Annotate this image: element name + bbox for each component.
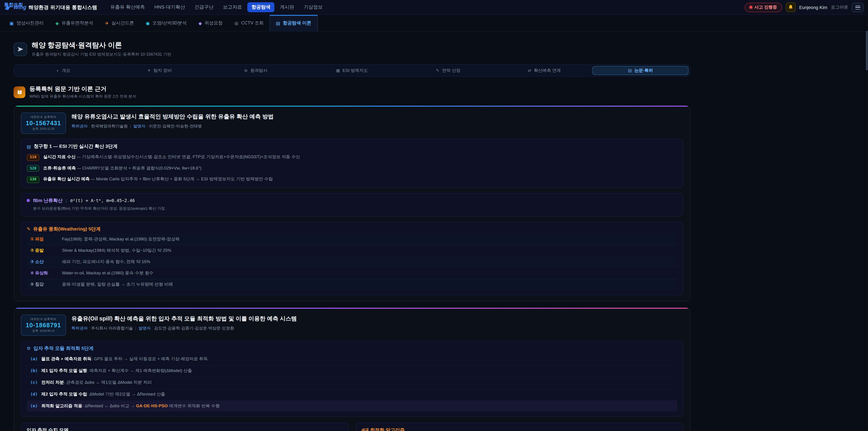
fbm-title: fBm 난류확산 xyxy=(33,197,63,204)
fbm-panel: fBm 난류확산 | σ²(t) = A·tᵐ, m=0.45~2.46 분수 … xyxy=(21,193,683,216)
menu-item-hns-air-diffusion[interactable]: HNS·대기확산 xyxy=(150,2,189,12)
papers-icon: ▤ xyxy=(628,68,632,73)
subtab-pollution-ship-3d[interactable]: ◉ 오염/선박3D분석 xyxy=(140,15,193,31)
hamburger-menu-button[interactable] xyxy=(852,2,864,12)
patent-reg-date: 등록: 2015.11.03 xyxy=(24,127,63,131)
step-key: (e) xyxy=(30,403,38,408)
step-name: 제1 입자 추적 모델 실행 xyxy=(41,368,87,373)
pencil-icon: ✎ xyxy=(436,68,439,73)
weathering-label: ① 퍼짐 xyxy=(30,237,59,242)
three-d-icon: ◉ xyxy=(146,21,150,26)
weathering-label: ⑤ 침강 xyxy=(30,282,59,287)
fbm-formula: σ²(t) = A·tᵐ, m=0.45~2.46 xyxy=(70,198,135,203)
step-key: (d) xyxy=(30,392,38,396)
tab-area-calculation[interactable]: ✎면적 산정 xyxy=(400,66,496,75)
gear-icon: ⚙ xyxy=(27,346,31,351)
weathering-pencil-icon: ✎ xyxy=(27,226,31,232)
subtab-label: 유출유면적분석 xyxy=(61,20,93,26)
tab-remote-sensing[interactable]: ⊚원격탐사 xyxy=(208,66,304,75)
step-text: 제1 입자 추적 모델 실행: 예측자료 + 확산계수 → 제1 예측변화량(Δ… xyxy=(41,368,192,374)
step-text: 전처리 차분: 관측경로 Δobs ↔ 제1모델 ΔModel 차분 처리 xyxy=(41,379,152,386)
patent-title: 유출유(Oil spill) 확산 예측을 위한 입자 추적 모듈 최적화 방법… xyxy=(71,315,297,322)
step-text: 유출유 확산 실시간 예측— Monte Carlo 입자추적 + fBm 난류… xyxy=(43,176,273,182)
weathering-desc: Fay(1969): 중력-관성력, Mackay et al.(1980) 표… xyxy=(62,237,180,242)
tab-overview[interactable]: ◐개요 xyxy=(16,66,112,75)
radar-icon: ⊚ xyxy=(244,68,248,73)
claims-title-row: ▤ 청구항 1 — ESI 기반 실시간 확산 3단계 xyxy=(27,143,677,150)
tab-diffusion-link[interactable]: ⇄확산예측 연계 xyxy=(496,66,592,75)
step-name: 최적화 알고리즘 적용 xyxy=(41,403,83,408)
weathering-desc: Stiver & Mackay(1984) 해석적 방법, 수일~10일간 약 … xyxy=(62,248,171,254)
inventors-value: 이문진·김혜진·이승현·전태병 xyxy=(149,124,202,128)
tab-label: 면적 산정 xyxy=(442,68,460,73)
subtab-spill-area-analysis[interactable]: ◈ 유출유면적분석 xyxy=(50,15,99,31)
menu-item-aerial-search[interactable]: 항공탐색 xyxy=(247,2,274,12)
step-badge: S30 xyxy=(27,176,39,183)
algorithms-panel: 4대 최적화 알고리즘 GA: 유전 알고리즘 — 변이·교배 진화 DE: 미… xyxy=(355,423,683,431)
page-subtitle: 유출유 원격탐지·항공감시 기법·ESI 방제정보지도·등록특허 10-1567… xyxy=(32,52,171,57)
user-name[interactable]: Eunjeong Kim xyxy=(799,5,827,10)
patent-card-10-1868791: 대한민국 등록특허 10-1868791 등록: 2018.06.12 유출유(… xyxy=(13,307,690,431)
incident-dot-icon xyxy=(749,6,752,8)
subtab-cctv-view[interactable]: ◎ CCTV 조회 xyxy=(228,15,270,31)
optimization-step-c: (c) 전처리 차분: 관측경로 Δobs ↔ 제1모델 ΔModel 차분 처… xyxy=(27,377,677,389)
step-text: 조류·취송류 예측— CHARRY모델 조화분석 + 취송류 결합식(0.029… xyxy=(43,165,202,171)
tab-label: 개요 xyxy=(62,68,70,73)
patent-title-block: 해양 유류오염사고 발생시 효율적인 방제방안 수립을 위한 유출유 확산 예측… xyxy=(71,113,274,129)
patent-title-block: 유출유(Oil spill) 확산 예측을 위한 입자 추적 모듈 최적화 방법… xyxy=(71,314,297,331)
weathering-row-emulsification: ④ 유상화Water-in-oil, Mackay et al.(1980) 풍… xyxy=(27,268,677,279)
optimization-step-e: (e) 최적화 알고리즘 적용: ΔRevised ↔ Δobs 비교 → GA… xyxy=(27,400,677,411)
subtab-satellite-request[interactable]: ◆ 위성요청 xyxy=(193,15,228,31)
step-key: (a) xyxy=(30,357,38,361)
menu-item-reports[interactable]: 보고자료 xyxy=(219,2,246,12)
patent-meta: 특허권자주식회사 아라종합기술|발명자김도연·김용학·김종기·김성운·박상문·오… xyxy=(71,325,297,331)
main-menu: 유출유 확산예측 HNS·대기확산 긴급구난 보고자료 항공탐색 게시판 기상정… xyxy=(106,2,327,12)
subtab-image-photo-management[interactable]: ▣ 영상사진관리 xyxy=(4,15,50,31)
step-text: 제2 입자 추적 모델 수립: ΔModel 기반 제2모델 → ΔRevise… xyxy=(41,391,165,397)
weathering-desc: 쇄파 기인, 파도에너지·풍속 함수, 전체 약 15% xyxy=(62,259,150,265)
scrollbar-thumb[interactable] xyxy=(866,31,868,70)
tab-papers-patents[interactable]: ▤논문·특허 xyxy=(592,66,688,75)
claim-step-s20: S20 조류·취송류 예측— CHARRY모델 조화분석 + 취송류 결합식(0… xyxy=(27,165,677,172)
weathering-label: ③ 소산 xyxy=(30,259,59,265)
claims-title: 청구항 1 — ESI 기반 실시간 확산 3단계 xyxy=(34,143,118,150)
subtab-aerial-search-theory[interactable]: ▤ 항공탐색 이론 xyxy=(270,15,318,31)
tab-label: 탐지 장비 xyxy=(153,68,172,73)
paper-plane-icon xyxy=(17,46,24,52)
patent-card-10-1567431: 대한민국 등록특허 10-1567431 등록: 2015.11.03 해양 유… xyxy=(13,105,690,301)
bell-icon xyxy=(788,4,793,10)
page-title-block: 해양 항공탐색·원격탐사 이론 유출유 원격탐지·항공감시 기법·ESI 방제정… xyxy=(32,41,171,57)
menu-item-integrated-search[interactable]: 통합조회 xyxy=(0,0,868,4)
section-title-block: 등록특허 원문 기반 이론 근거 WING 탑재 유출유 확산예측 시스템의 특… xyxy=(29,85,136,99)
tab-detection-equipment[interactable]: ✈탐지 장비 xyxy=(112,66,208,75)
page-icon-box xyxy=(13,42,27,56)
incident-status-badge[interactable]: 사고 진행중 xyxy=(744,2,782,12)
tab-label: 원격탐사 xyxy=(250,68,268,73)
menu-item-spill-forecast[interactable]: 유출유 확산예측 xyxy=(106,2,149,12)
meta-divider: | xyxy=(130,124,131,128)
app-window: Wing 해양환경 위기대응 통합시스템 유출유 확산예측 HNS·대기확산 긴… xyxy=(0,0,868,431)
notifications-button[interactable] xyxy=(785,2,796,12)
patent-number-badge: 대한민국 등록특허 10-1567431 등록: 2015.11.03 xyxy=(21,113,66,134)
logout-button[interactable]: 로그아웃 xyxy=(831,4,848,10)
optimization-title: 입자 추적 모듈 최적화 5단계 xyxy=(33,345,94,351)
tab-esi-map[interactable]: ▦ESI 방제지도 xyxy=(304,66,400,75)
owner-value: 주식회사 아라종합기술 xyxy=(91,326,133,330)
brand-title: 해양환경 위기대응 통합시스템 xyxy=(29,4,97,11)
step-key: (b) xyxy=(30,368,38,373)
aircraft-icon: ✈ xyxy=(147,68,151,73)
subtab-label: 위성요청 xyxy=(205,20,223,26)
step-desc: : GPS 물표 투하 → 실제 이동경로 + 예측 기상·해양자료 취득 xyxy=(92,356,208,361)
subtab-realtime-drone[interactable]: ✈ 실시간드론 xyxy=(99,15,140,31)
weathering-row-evaporation: ② 증발Stiver & Mackay(1984) 해석적 방법, 수일~10일… xyxy=(27,245,677,256)
scrollbar[interactable] xyxy=(866,0,868,431)
step-desc: — CHARRY모델 조화분석 + 취송류 결합식(0.029×Vw, θw+1… xyxy=(77,165,202,170)
menu-item-weather-info[interactable]: 기상정보 xyxy=(300,2,327,12)
patent-reg-date: 등록: 2018.06.12 xyxy=(24,329,63,333)
subtab-label: 영상사진관리 xyxy=(17,20,43,26)
weathering-label: ② 증발 xyxy=(30,248,59,254)
menu-item-board[interactable]: 게시판 xyxy=(276,2,298,12)
document-icon: ▤ xyxy=(276,21,280,26)
menu-item-emergency-rescue[interactable]: 긴급구난 xyxy=(190,2,217,12)
step-desc-suffix: 매개변수 최적화 반복 수행 xyxy=(168,403,220,408)
